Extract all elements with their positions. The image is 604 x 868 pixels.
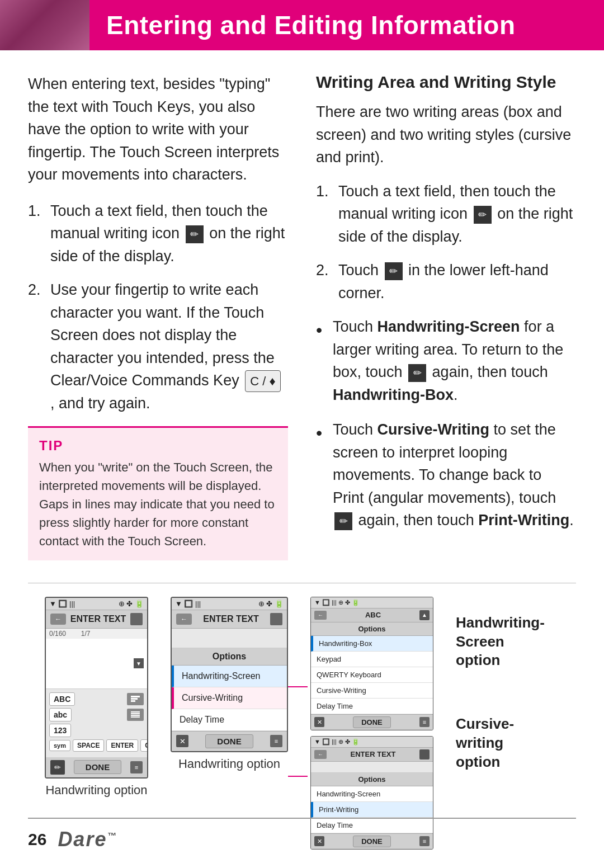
right-step-2: 2. Touch in the lower left-hand corner. bbox=[316, 259, 576, 304]
screenshots-section: ▼ 🔲 ||| ⊕ ✤ 🔋 ← ENTER TEXT 0/160 1/7 ▼ bbox=[28, 597, 576, 850]
phone1-counter: 0/160 1/7 bbox=[46, 629, 147, 639]
page-header: Entering and Editing Information bbox=[0, 0, 604, 50]
right-step-1: 1. Touch a text field, then touch the ma… bbox=[316, 180, 576, 248]
phone3-top-opt-3[interactable]: QWERTY Keyboard bbox=[311, 667, 433, 683]
phone3-bottom-title: ENTER TEXT bbox=[351, 750, 396, 758]
phone3-bottom-opt-1[interactable]: Handwriting-Screen bbox=[311, 786, 433, 802]
svg-rect-6 bbox=[131, 716, 140, 718]
phone3-back[interactable]: ← bbox=[314, 611, 327, 620]
phone2-status-left: ▼ 🔲 ||| bbox=[175, 600, 201, 608]
phone3-x-btn[interactable]: ✕ bbox=[314, 717, 324, 727]
phone1-group: ▼ 🔲 ||| ⊕ ✤ 🔋 ← ENTER TEXT 0/160 1/7 ▼ bbox=[45, 597, 148, 798]
phone2-option-2[interactable]: Cursive-Writing bbox=[172, 687, 287, 709]
phone2-status-right: ⊕ ✤ 🔋 bbox=[258, 600, 284, 608]
main-content: When entering text, besides "typing" the… bbox=[0, 50, 604, 866]
phone2-nav: ← ENTER TEXT bbox=[172, 610, 287, 629]
phone3-bottom-opt-2[interactable]: Print-Writing bbox=[311, 802, 433, 818]
bullet-dot-1: • bbox=[316, 317, 327, 406]
phone1-nav-title: ENTER TEXT bbox=[66, 614, 130, 624]
writing-icon-3 bbox=[385, 262, 403, 280]
bullet-2-text: Touch Cursive-Writing to set the screen … bbox=[333, 418, 576, 532]
svg-rect-5 bbox=[131, 715, 140, 716]
key-sym[interactable]: sym bbox=[49, 740, 70, 751]
phone2-counter-area bbox=[172, 629, 287, 648]
phone3-top-opt-5[interactable]: Delay Time bbox=[311, 699, 433, 714]
key-space[interactable]: SPACE bbox=[73, 739, 104, 752]
phone2-option-1[interactable]: Handwriting-Screen bbox=[172, 666, 287, 687]
scroll-indicator: ▼ bbox=[134, 658, 144, 668]
phone3-bottom-area bbox=[311, 762, 433, 773]
phone1-done-btn[interactable]: DONE bbox=[74, 760, 121, 774]
tip-box: TIP When you "write" on the Touch Screen… bbox=[28, 426, 288, 560]
left-step-1: 1. Touch a text field, then touch the ma… bbox=[28, 200, 288, 268]
phone2-options-title: Options bbox=[172, 648, 287, 666]
phone2-home[interactable] bbox=[270, 613, 282, 625]
writing-icon-4 bbox=[408, 364, 426, 382]
phone3-top-options-title: Options bbox=[311, 622, 433, 636]
phone3-top-note[interactable]: ≡ bbox=[419, 717, 430, 727]
phone1-back[interactable]: ← bbox=[50, 614, 66, 625]
phone3-bottom-back[interactable]: ← bbox=[314, 750, 327, 759]
phone3-top-opt-4[interactable]: Cursive-Writing bbox=[311, 683, 433, 699]
svg-rect-0 bbox=[131, 696, 140, 697]
icon-btn-2[interactable] bbox=[127, 709, 144, 721]
phone3-top-title: ABC bbox=[365, 611, 381, 619]
bullet-2: • Touch Cursive-Writing to set the scree… bbox=[316, 418, 576, 532]
phone3-top-icon[interactable]: ▲ bbox=[419, 610, 430, 620]
phone3-top-opt-2[interactable]: Keypad bbox=[311, 652, 433, 667]
phone3-top-options: Options Handwriting-Box Keypad QWERTY Ke… bbox=[311, 622, 433, 715]
step-num-2: 2. bbox=[28, 279, 45, 415]
section-divider bbox=[28, 583, 576, 583]
phone1-mock: ▼ 🔲 ||| ⊕ ✤ 🔋 ← ENTER TEXT 0/160 1/7 ▼ bbox=[45, 597, 148, 779]
phone3-bottom-home[interactable] bbox=[419, 749, 430, 760]
phone2-back[interactable]: ← bbox=[176, 614, 192, 625]
right-phones-stack: ▼ 🔲 ||| ⊕ ✤ 🔋 ← ABC ▲ Options Handwritin… bbox=[310, 597, 433, 850]
phone1-status-right: ⊕ ✤ 🔋 bbox=[119, 600, 144, 608]
phone1-done-bar: ✏ DONE ≡ bbox=[46, 757, 147, 777]
phone2-done-btn[interactable]: DONE bbox=[205, 734, 253, 748]
phone2-done-bar: ✕ DONE ≡ bbox=[172, 732, 287, 751]
phone2-x-btn[interactable]: ✕ bbox=[176, 735, 188, 747]
phone3-top-done-bar: ✕ DONE ≡ bbox=[311, 715, 433, 730]
phone3-top-mock: ▼ 🔲 ||| ⊕ ✤ 🔋 ← ABC ▲ Options Handwritin… bbox=[310, 597, 433, 730]
phone2-mock: ▼ 🔲 ||| ⊕ ✤ 🔋 ← ENTER TEXT Options Handw… bbox=[171, 597, 288, 752]
writing-icon-5 bbox=[334, 512, 352, 530]
connector-line-1 bbox=[288, 686, 308, 687]
phone1-caption: Handwriting option bbox=[45, 783, 147, 798]
bullets-list: • Touch Handwriting-Screen for a larger … bbox=[316, 315, 576, 532]
key-abc[interactable]: ABC bbox=[49, 692, 75, 706]
phone2-group: ▼ 🔲 ||| ⊕ ✤ 🔋 ← ENTER TEXT Options Handw… bbox=[171, 597, 288, 771]
phone1-write-icon[interactable]: ✏ bbox=[50, 760, 65, 775]
bullet-1-text: Touch Handwriting-Screen for a larger wr… bbox=[333, 315, 576, 406]
right-step-num-1: 1. bbox=[316, 180, 333, 248]
phone1-keyboard: ABC abc 123 bbox=[46, 689, 147, 757]
phone2-note-icon[interactable]: ≡ bbox=[270, 735, 282, 747]
svg-rect-2 bbox=[131, 700, 135, 702]
page-number: 26 bbox=[28, 830, 46, 849]
phone2-status: ▼ 🔲 ||| ⊕ ✤ 🔋 bbox=[172, 598, 287, 610]
phone3-top-group: ▼ 🔲 ||| ⊕ ✤ 🔋 ← ABC ▲ Options Handwritin… bbox=[310, 597, 433, 730]
phone3-top-opt-1[interactable]: Handwriting-Box bbox=[311, 636, 433, 652]
phone3-top-done-btn[interactable]: DONE bbox=[353, 716, 391, 728]
key-abc2[interactable]: abc bbox=[49, 708, 72, 721]
phone3-top-status: ▼ 🔲 ||| ⊕ ✤ 🔋 bbox=[311, 597, 433, 608]
right-column: Writing Area and Writing Style There are… bbox=[316, 73, 576, 566]
phone2-option-3[interactable]: Delay Time bbox=[172, 709, 287, 731]
annot-cursive-writing: Cursive- writing option bbox=[456, 715, 545, 771]
phone1-status: ▼ 🔲 ||| ⊕ ✤ 🔋 bbox=[46, 598, 147, 610]
key-enter[interactable]: ENTER bbox=[106, 739, 138, 752]
phone1-home[interactable] bbox=[130, 613, 143, 625]
right-section-title: Writing Area and Writing Style bbox=[316, 73, 576, 92]
phone1-writing-area[interactable]: ▼ bbox=[46, 639, 147, 689]
step-num-1: 1. bbox=[28, 200, 45, 268]
phone1-row-abc2: abc bbox=[49, 708, 144, 721]
key-123[interactable]: 123 bbox=[49, 724, 71, 737]
phone2-nav-title: ENTER TEXT bbox=[192, 614, 270, 624]
phone2-caption: Handwriting option bbox=[178, 757, 280, 771]
phone1-note-icon[interactable]: ≡ bbox=[130, 761, 143, 773]
step-1-text: Touch a text field, then touch the manua… bbox=[50, 200, 288, 268]
intro-paragraph: When entering text, besides "typing" the… bbox=[28, 73, 288, 186]
writing-icon-2 bbox=[474, 206, 492, 224]
icon-btn-1[interactable] bbox=[127, 693, 144, 705]
key-clr[interactable]: CLR bbox=[140, 739, 148, 752]
